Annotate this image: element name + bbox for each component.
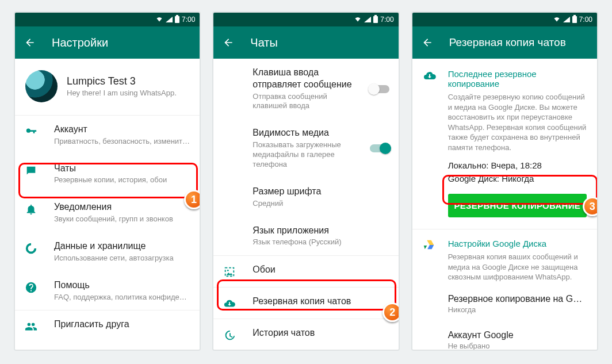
- back-icon[interactable]: [422, 37, 433, 48]
- list-item-title: Уведомления: [54, 201, 190, 213]
- list-item-sub: Показывать загруженные медиафайлы в гале…: [253, 140, 353, 170]
- google-drive-icon: [423, 239, 437, 282]
- list-item-sub: Никогда: [448, 305, 587, 314]
- phone-chats: 7:00 Чаты Клавиша ввода отправляет сообщ…: [212, 12, 399, 351]
- appbar-title: Чаты: [250, 36, 278, 49]
- drive-value: Никогда: [502, 174, 534, 183]
- list-item-sub: Звуки сообщений, групп и звонков: [54, 214, 190, 224]
- section-gdrive: Настройки Google Диска: [448, 239, 587, 248]
- status-time: 7:00: [380, 16, 393, 24]
- settings-content: Lumpics Test 3 Hey there! I am using Wha…: [15, 59, 200, 350]
- help-icon: [24, 281, 38, 294]
- local-label: Локально:: [448, 160, 489, 170]
- list-item-sub: FAQ, поддержка, политика конфиденциаl...: [54, 293, 190, 302]
- list-item-title: Помощь: [54, 279, 190, 292]
- app-bar: Чаты: [213, 26, 398, 59]
- gdrive-backup-frequency[interactable]: Резервное копирование на Googl... Никогд…: [438, 286, 597, 322]
- chat-opt-enter-send[interactable]: Клавиша ввода отправляет сообщение Отпра…: [213, 59, 398, 119]
- settings-item-help[interactable]: Помощь FAQ, поддержка, политика конфиден…: [15, 271, 200, 311]
- back-icon[interactable]: [223, 37, 234, 48]
- settings-item-notifications[interactable]: Уведомления Звуки сообщений, групп и зво…: [15, 193, 200, 232]
- status-time: 7:00: [579, 16, 592, 24]
- chat-icon: [24, 164, 38, 178]
- toggle-switch[interactable]: [370, 144, 389, 152]
- chat-opt-media-visibility[interactable]: Видимость медиа Показывать загруженные м…: [213, 119, 398, 177]
- wifi-icon: [354, 16, 362, 24]
- list-item-title: Резервная копия чатов: [253, 296, 389, 308]
- gdrive-desc: Резервная копия ваших сообщений и медиа …: [448, 252, 587, 282]
- status-bar: 7:00: [15, 13, 200, 26]
- status-time: 7:00: [182, 16, 195, 24]
- phone-backup: 7:00 Резервная копия чатов Последнее рез…: [411, 12, 598, 351]
- app-bar: Резервная копия чатов: [412, 26, 597, 59]
- signal-icon: [364, 17, 371, 22]
- back-icon[interactable]: [24, 37, 36, 48]
- section-last-backup: Последнее резервное копирование: [448, 69, 587, 89]
- key-icon: [24, 125, 38, 139]
- list-item-title: Аккаунт Google: [448, 330, 587, 340]
- wallpaper-icon: [223, 265, 236, 279]
- chat-link-backup[interactable]: Резервная копия чатов: [213, 288, 398, 319]
- local-backup-row: Локально: Вчера, 18:28: [448, 160, 587, 170]
- list-item-title: Язык приложения: [253, 225, 389, 237]
- history-icon: [223, 328, 236, 342]
- wifi-icon: [553, 16, 561, 24]
- profile-name: Lumpics Test 3: [67, 75, 177, 87]
- list-item-sub: Использование сети, автозагрузка: [54, 254, 190, 263]
- profile-status: Hey there! I am using WhatsApp.: [67, 89, 177, 97]
- wifi-icon: [155, 16, 163, 24]
- drive-label: Google Диск:: [448, 174, 499, 183]
- battery-icon: [175, 16, 179, 23]
- chats-content: Клавиша ввода отправляет сообщение Отпра…: [213, 59, 398, 350]
- list-item-sub: Средний: [253, 199, 389, 209]
- list-item-sub: Резервные копии, история, обои: [54, 175, 190, 185]
- backup-content: Последнее резервное копирование Создайте…: [412, 59, 597, 350]
- list-item-sub: Отправка сообщений клавишей ввода: [253, 92, 353, 112]
- local-value: Вчера, 18:28: [491, 160, 542, 170]
- chat-link-history[interactable]: История чатов: [213, 319, 398, 350]
- bell-icon: [24, 202, 38, 216]
- settings-item-account[interactable]: Аккаунт Приватность, безопасность, измен…: [15, 116, 200, 155]
- appbar-title: Настройки: [52, 36, 108, 49]
- last-backup-desc: Создайте резервную копию сообщений и мед…: [448, 92, 587, 152]
- cloud-up-icon: [223, 297, 236, 311]
- avatar: [25, 70, 58, 102]
- list-item-title: Данные и хранилище: [54, 240, 190, 252]
- svg-point-1: [227, 270, 229, 271]
- app-bar: Настройки: [15, 26, 200, 59]
- battery-icon: [572, 16, 577, 23]
- gdrive-account[interactable]: Аккаунт Google Не выбрано: [438, 322, 597, 350]
- profile-row[interactable]: Lumpics Test 3 Hey there! I am using Wha…: [15, 59, 200, 115]
- list-item-title: История чатов: [253, 327, 389, 339]
- status-bar: 7:00: [213, 13, 398, 26]
- signal-icon: [166, 17, 173, 22]
- settings-item-invite[interactable]: Пригласить друга: [15, 311, 200, 342]
- list-item-title: Резервное копирование на Googl...: [448, 294, 587, 304]
- appbar-title: Резервная копия чатов: [449, 36, 566, 49]
- list-item-sub: Не выбрано: [448, 342, 587, 350]
- list-item-title: Клавиша ввода отправляет сообщение: [253, 67, 353, 91]
- drive-backup-row: Google Диск: Никогда: [448, 174, 587, 183]
- toggle-switch[interactable]: [370, 85, 389, 93]
- list-item-title: Размер шрифта: [253, 186, 389, 198]
- list-item-sub: Язык телефона (Русский): [253, 237, 389, 247]
- chat-link-wallpaper[interactable]: Обои: [213, 256, 398, 287]
- backup-now-button[interactable]: РЕЗЕРВНОЕ КОПИРОВАНИЕ: [448, 194, 587, 217]
- cloud-up-icon: [423, 69, 437, 217]
- settings-item-data[interactable]: Данные и хранилище Использование сети, а…: [15, 232, 200, 271]
- list-item-title: Пригласить друга: [54, 319, 190, 331]
- people-icon: [24, 320, 38, 334]
- list-item-title: Чаты: [54, 163, 190, 175]
- list-item-sub: Приватность, безопасность, изменить но..…: [54, 137, 190, 147]
- list-item-title: Обои: [253, 264, 389, 276]
- data-icon: [24, 242, 38, 255]
- list-item-title: Аккаунт: [54, 124, 190, 136]
- settings-item-chats[interactable]: Чаты Резервные копии, история, обои: [15, 155, 200, 194]
- battery-icon: [373, 16, 378, 23]
- phone-settings: 7:00 Настройки Lumpics Test 3 Hey there!…: [14, 12, 201, 351]
- list-item-title: Видимость медиа: [253, 127, 353, 139]
- signal-icon: [563, 17, 570, 22]
- chat-opt-app-language[interactable]: Язык приложения Язык телефона (Русский): [213, 217, 398, 256]
- chat-opt-font-size[interactable]: Размер шрифта Средний: [213, 178, 398, 217]
- status-bar: 7:00: [412, 13, 597, 26]
